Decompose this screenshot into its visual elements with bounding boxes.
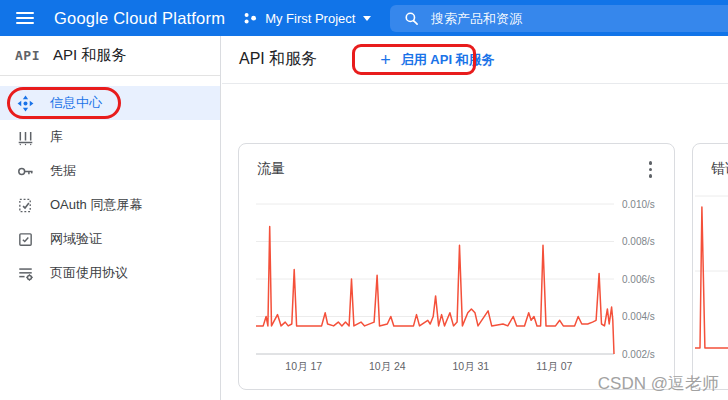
sidebar-item-label: OAuth 同意屏幕 [50, 196, 142, 214]
enable-api-button-label: 启用 API 和服务 [401, 51, 495, 69]
traffic-chart: 0.010/s0.008/s0.006/s0.004/s0.002/s10月 1… [239, 144, 676, 391]
sidebar-nav: 信息中心 库 [0, 76, 220, 290]
svg-text:0.010/s: 0.010/s [622, 199, 655, 210]
errors-card-title: 错误 [711, 160, 728, 178]
sidebar-item-dashboard[interactable]: 信息中心 [0, 86, 220, 120]
traffic-card-title: 流量 [257, 160, 285, 178]
sidebar-item-label: 信息中心 [50, 94, 102, 112]
search-input[interactable] [431, 11, 671, 26]
project-selector[interactable]: My First Project [243, 11, 371, 26]
watermark: CSDN @逗老师 [598, 372, 719, 395]
key-icon [17, 163, 34, 180]
sidebar-item-credentials[interactable]: 凭据 [0, 154, 220, 188]
kebab-menu-icon[interactable] [647, 159, 655, 180]
sidebar-item-page-usage-agreements[interactable]: 页面使用协议 [0, 256, 220, 290]
enable-api-button[interactable]: + 启用 API 和服务 [380, 51, 494, 69]
sidebar-header: API API 和服务 [0, 36, 220, 76]
plus-icon: + [380, 51, 391, 69]
project-name: My First Project [265, 11, 355, 26]
sidebar-item-label: 网域验证 [50, 230, 102, 248]
errors-card: 错误 [692, 143, 728, 390]
gcp-logo[interactable]: Google Cloud Platform [54, 9, 225, 28]
api-product-icon: API [15, 48, 40, 63]
svg-text:0.002/s: 0.002/s [622, 349, 655, 360]
header-divider [222, 83, 728, 84]
sidebar-item-domain-verification[interactable]: 网域验证 [0, 222, 220, 256]
sidebar-title: API 和服务 [53, 46, 126, 65]
sidebar-item-label: 库 [50, 128, 63, 146]
svg-text:0.004/s: 0.004/s [622, 311, 655, 322]
svg-text:0.008/s: 0.008/s [622, 236, 655, 247]
domain-verify-icon [17, 231, 34, 248]
menu-hamburger-icon[interactable] [16, 12, 34, 24]
project-dots-icon [243, 11, 258, 26]
main-header: API 和服务 + 启用 API 和服务 [222, 36, 728, 83]
svg-text:0.006/s: 0.006/s [622, 274, 655, 285]
svg-text:11月 07: 11月 07 [536, 360, 572, 372]
errors-chart [693, 144, 728, 391]
sidebar: API API 和服务 信息中心 [0, 36, 221, 400]
top-app-bar: Google Cloud Platform My First Project [0, 0, 728, 36]
svg-text:10月 24: 10月 24 [369, 360, 406, 372]
sidebar-item-label: 页面使用协议 [50, 264, 128, 282]
gcp-console-page: Google Cloud Platform My First Project A… [0, 0, 728, 400]
sidebar-item-library[interactable]: 库 [0, 120, 220, 154]
caret-down-icon [363, 16, 371, 21]
sidebar-item-oauth-consent[interactable]: OAuth 同意屏幕 [0, 188, 220, 222]
dashboard-icon [17, 95, 34, 112]
svg-text:10月 17: 10月 17 [285, 360, 322, 372]
page-agreements-icon [17, 265, 34, 282]
oauth-consent-icon [17, 197, 34, 214]
svg-text:10月 31: 10月 31 [452, 360, 489, 372]
library-icon [17, 129, 34, 146]
traffic-card: 0.010/s0.008/s0.006/s0.004/s0.002/s10月 1… [238, 143, 675, 390]
search-icon [404, 11, 419, 26]
page-title: API 和服务 [239, 49, 317, 70]
sidebar-item-label: 凭据 [50, 162, 76, 180]
search-bar[interactable] [390, 5, 728, 32]
